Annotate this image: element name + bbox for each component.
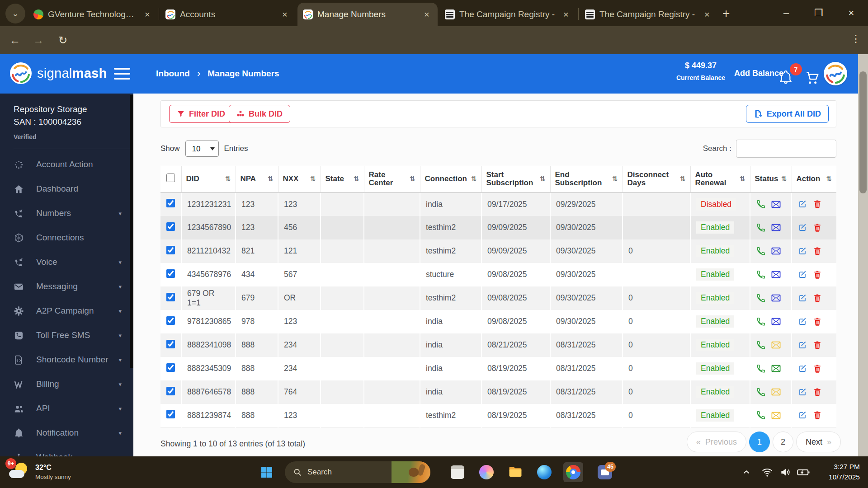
taskbar-app-window[interactable] [448, 462, 467, 482]
filter-did-button[interactable]: Filter DID [169, 105, 233, 123]
sidebar-item-api[interactable]: API▾ [0, 396, 133, 421]
page-button-1[interactable]: 1 [749, 432, 770, 452]
breadcrumb-parent[interactable]: Inbound [156, 69, 190, 79]
column-header-disconnect-days[interactable]: Disconnect Days⇅ [623, 166, 690, 192]
kebab-menu-icon[interactable]: ⋮ [848, 32, 863, 46]
new-tab-button[interactable]: + [722, 6, 730, 21]
tab-campaign-registry-1[interactable]: The Campaign Registry - × [439, 3, 577, 26]
add-balance-button[interactable]: Add Balance [734, 69, 783, 78]
sidebar-item-voice[interactable]: Voice▾ [0, 250, 133, 274]
edit-icon[interactable] [797, 293, 807, 303]
column-header-state[interactable]: State⇅ [321, 166, 364, 192]
row-checkbox[interactable] [166, 410, 175, 418]
row-checkbox[interactable] [166, 387, 175, 395]
sidebar-item-connections[interactable]: Connections [0, 225, 133, 250]
chat-app-icon[interactable]: 45 [595, 462, 615, 482]
sidebar-item-a2p-campaign[interactable]: A2P Campaign▾ [0, 299, 133, 323]
column-header-connection[interactable]: Connection⇅ [420, 166, 481, 192]
tab-gventure[interactable]: GVenture Technology Pvt... × [28, 3, 158, 26]
copilot-icon[interactable] [476, 462, 496, 482]
column-header-auto-renewal[interactable]: Auto Renewal⇅ [690, 166, 750, 192]
search-highlight-image[interactable] [392, 461, 430, 483]
sort-icon[interactable]: ⇅ [680, 175, 686, 183]
page-button-2[interactable]: 2 [773, 432, 793, 452]
brand-logo[interactable]: signalmash [10, 62, 107, 84]
row-checkbox[interactable] [166, 222, 175, 231]
account-logo[interactable] [824, 62, 847, 85]
edit-icon[interactable] [797, 387, 807, 397]
column-header-start-subscription[interactable]: Start Subscription⇅ [481, 166, 550, 192]
edit-icon[interactable] [797, 223, 807, 233]
sidebar-item-shortcode-number[interactable]: Shortcode Number▾ [0, 347, 133, 372]
close-icon[interactable]: × [421, 9, 432, 20]
sidebar-item-account-action[interactable]: Account Action [0, 152, 133, 177]
delete-icon[interactable] [812, 246, 822, 256]
previous-page-button[interactable]: « Previous [687, 432, 746, 452]
sort-icon[interactable]: ⇅ [410, 175, 415, 183]
edit-icon[interactable] [797, 364, 807, 374]
delete-icon[interactable] [812, 387, 822, 397]
edge-browser-icon[interactable] [534, 462, 554, 482]
back-icon[interactable]: ← [7, 33, 23, 47]
sidebar-item-numbers[interactable]: Numbers▾ [0, 201, 133, 225]
column-header-did[interactable]: DID⇅ [181, 166, 236, 192]
next-page-button[interactable]: Next » [796, 432, 841, 452]
sort-icon[interactable]: ⇅ [612, 175, 618, 183]
row-checkbox[interactable] [166, 246, 175, 254]
close-icon[interactable]: × [702, 9, 712, 20]
window-minimize-button[interactable]: – [776, 0, 797, 26]
tray-show-hidden[interactable] [741, 456, 751, 488]
reload-icon[interactable]: ↻ [55, 33, 71, 47]
delete-icon[interactable] [812, 293, 822, 303]
select-all-checkbox[interactable] [166, 174, 175, 182]
page-size-select[interactable]: 10 [185, 141, 219, 157]
sidebar-item-messaging[interactable]: Messaging▾ [0, 274, 133, 299]
page-scrollbar[interactable] [858, 54, 868, 456]
row-checkbox[interactable] [166, 293, 175, 301]
column-header-action[interactable]: Action⇅ [792, 166, 836, 192]
edit-icon[interactable] [797, 317, 807, 327]
close-icon[interactable]: × [142, 9, 153, 20]
sort-icon[interactable]: ⇅ [268, 175, 274, 183]
close-icon[interactable]: × [561, 9, 571, 20]
delete-icon[interactable] [812, 364, 822, 374]
taskbar-search-box[interactable]: Search [285, 461, 430, 483]
edit-icon[interactable] [797, 199, 807, 209]
sidebar-item-toll-free-sms[interactable]: Toll Free SMS▾ [0, 323, 133, 347]
sort-icon[interactable]: ⇅ [354, 175, 359, 183]
column-header-nxx[interactable]: NXX⇅ [278, 166, 321, 192]
sidebar-item-notification[interactable]: Notification▾ [0, 421, 133, 445]
row-checkbox[interactable] [166, 316, 175, 325]
tab-campaign-registry-2[interactable]: The Campaign Registry - × [580, 3, 718, 26]
delete-icon[interactable] [812, 340, 822, 350]
bulk-did-button[interactable]: Bulk DID [229, 105, 290, 123]
row-checkbox[interactable] [166, 363, 175, 372]
wifi-icon[interactable] [761, 456, 773, 488]
window-maximize-button[interactable]: ❐ [808, 0, 829, 26]
sort-icon[interactable]: ⇅ [740, 175, 745, 183]
edit-icon[interactable] [797, 270, 807, 280]
forward-icon[interactable]: → [31, 33, 46, 47]
delete-icon[interactable] [812, 223, 822, 233]
chrome-icon[interactable] [563, 462, 583, 482]
battery-icon[interactable] [797, 456, 810, 488]
export-all-did-button[interactable]: Export All DID [746, 105, 829, 123]
edit-icon[interactable] [797, 340, 807, 350]
column-header-end-subscription[interactable]: End Subscription⇅ [550, 166, 623, 192]
sidebar-item-billing[interactable]: Billing▾ [0, 372, 133, 396]
sidebar-item-dashboard[interactable]: Dashboard [0, 177, 133, 201]
sort-icon[interactable]: ⇅ [471, 175, 477, 183]
edit-icon[interactable] [797, 246, 807, 256]
cart-icon[interactable] [805, 70, 820, 85]
weather-widget[interactable]: 9+ 32°C Mostly sunny [8, 461, 71, 483]
hamburger-menu-icon[interactable] [114, 68, 130, 83]
sort-icon[interactable]: ⇅ [310, 175, 316, 183]
clock[interactable]: 3:27 PM 10/7/2025 [829, 461, 860, 482]
tab-manage-numbers[interactable]: Manage Numbers × [297, 3, 438, 26]
row-checkbox[interactable] [166, 340, 175, 348]
sort-icon[interactable]: ⇅ [225, 175, 231, 183]
sort-icon[interactable]: ⇅ [826, 175, 832, 183]
page-scrollbar-thumb[interactable] [859, 71, 867, 193]
speaker-icon[interactable] [779, 456, 791, 488]
row-checkbox[interactable] [166, 269, 175, 278]
